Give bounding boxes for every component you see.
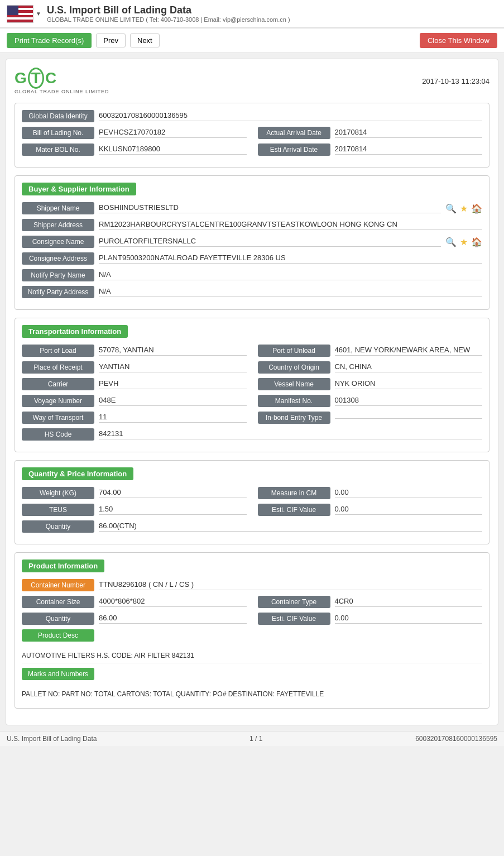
bol-value: PEVHCSZ17070182 — [99, 128, 247, 138]
shipper-name-label: Shipper Name — [22, 202, 94, 214]
container-size-col: Container Size 4000*806*802 — [22, 596, 247, 608]
hs-code-label: HS Code — [22, 428, 94, 441]
flag-container: ▼ — [7, 5, 41, 23]
timestamp: 2017-10-13 11:23:04 — [422, 77, 489, 85]
close-button[interactable]: Close This Window — [420, 33, 497, 48]
shipper-address-label: Shipper Address — [22, 219, 94, 231]
search-icon[interactable]: 🔍 — [445, 203, 457, 214]
product-desc-row: Product Desc — [22, 629, 482, 645]
global-data-value: 6003201708160000136595 — [99, 111, 482, 121]
product-quantity-col: Quantity 86.00 — [22, 613, 247, 625]
notify-party-name-value: N/A — [99, 270, 482, 280]
carrier-value: PEVH — [99, 379, 247, 389]
marks-numbers-value: PALLET NO: PART NO: TOTAL CARTONS: TOTAL… — [22, 687, 482, 701]
buyer-supplier-section: Buyer & Supplier Information Shipper Nam… — [15, 175, 489, 310]
actual-arrival-col: Actual Arrival Date 20170814 — [258, 127, 483, 139]
product-quantity-value: 86.00 — [99, 614, 247, 624]
country-origin-col: Country of Origin CN, CHINA — [258, 361, 483, 374]
company-subtitle: GLOBAL TRADE ONLINE LIMITED ( Tel: 400-7… — [47, 16, 290, 23]
footer-record-id: 6003201708160000136595 — [415, 735, 497, 743]
way-transport-value: 11 — [99, 413, 247, 423]
product-quantity-label: Quantity — [22, 613, 94, 625]
port-load-row: Port of Load 57078, YANTIAN Port of Unlo… — [22, 345, 482, 357]
esti-arrival-value: 20170814 — [335, 145, 483, 155]
bol-label: Bill of Lading No. — [22, 127, 94, 139]
print-button[interactable]: Print Trade Record(s) — [7, 33, 92, 48]
notify-party-address-row: Notify Party Address N/A — [22, 286, 482, 298]
bol-row: Bill of Lading No. PEVHCSZ17070182 Actua… — [22, 127, 482, 139]
place-receipt-label: Place of Receipt — [22, 361, 94, 374]
consignee-home-icon[interactable]: 🏠 — [471, 237, 482, 247]
weight-label: Weight (KG) — [22, 487, 94, 499]
toolbar-right: Close This Window — [420, 33, 497, 48]
quantity-price-title: Quantity & Price Information — [22, 467, 133, 480]
container-size-row: Container Size 4000*806*802 Container Ty… — [22, 596, 482, 608]
consignee-address-value: PLANT95003200NATALROAD FAYETTEVILLE 2830… — [99, 254, 482, 264]
logo-company-name: GLOBAL TRADE ONLINE LIMITED — [15, 89, 109, 94]
star-icon[interactable]: ★ — [460, 203, 468, 214]
footer-page-label: U.S. Import Bill of Lading Data — [7, 735, 97, 743]
consignee-search-icon[interactable]: 🔍 — [445, 237, 457, 247]
place-receipt-row: Place of Receipt YANTIAN Country of Orig… — [22, 361, 482, 374]
mater-bol-label: Mater BOL No. — [22, 144, 94, 156]
port-unload-value: 4601, NEW YORK/NEWARK AREA, NEW — [335, 346, 483, 356]
carrier-label: Carrier — [22, 378, 94, 390]
notify-party-name-label: Notify Party Name — [22, 269, 94, 281]
logo-area: G T C GLOBAL TRADE ONLINE LIMITED 2017-1… — [15, 68, 489, 94]
container-number-value: TTNU8296108 ( CN / L / CS ) — [99, 580, 482, 590]
esti-arrival-label: Esti Arrival Date — [258, 144, 330, 156]
identity-section: Global Data Identity 6003201708160000136… — [15, 103, 489, 168]
country-origin-label: Country of Origin — [258, 361, 330, 374]
mater-bol-col: Mater BOL No. KKLUSN07189800 — [22, 144, 247, 156]
logo: G T C GLOBAL TRADE ONLINE LIMITED — [15, 68, 109, 94]
flag-dropdown-arrow[interactable]: ▼ — [36, 11, 41, 17]
us-flag-icon — [7, 5, 33, 23]
product-esti-cif-label: Esti. CIF Value — [258, 613, 330, 625]
esti-cif-label: Esti. CIF Value — [258, 504, 330, 516]
toolbar: Print Trade Record(s) Prev Next Close Th… — [0, 28, 504, 53]
vessel-col: Vessel Name NYK ORION — [258, 378, 483, 390]
logo-c-icon: C — [45, 69, 56, 87]
shipper-address-row: Shipper Address RM12023HARBOURCRYSTALCEN… — [22, 219, 482, 231]
container-type-col: Container Type 4CR0 — [258, 596, 483, 608]
shipper-name-row: Shipper Name BOSHIINDUSTRIESLTD 🔍 ★ 🏠 — [22, 202, 482, 214]
home-icon[interactable]: 🏠 — [471, 203, 482, 214]
prev-button[interactable]: Prev — [96, 34, 126, 47]
consignee-name-row: Consignee Name PUROLATORFILTERSNALLC 🔍 ★… — [22, 236, 482, 248]
way-transport-row: Way of Transport 11 In-bond Entry Type — [22, 412, 482, 424]
marks-numbers-label: Marks and Numbers — [22, 668, 94, 680]
esti-cif-col: Esti. CIF Value 0.00 — [258, 504, 483, 516]
weight-row: Weight (KG) 704.00 Measure in CM 0.00 — [22, 487, 482, 499]
shipper-name-value: BOSHIINDUSTRIESLTD — [99, 203, 441, 213]
product-desc-label: Product Desc — [22, 629, 94, 642]
weight-value: 704.00 — [99, 488, 247, 498]
voyage-value: 048E — [99, 396, 247, 406]
hs-code-value: 842131 — [99, 429, 482, 439]
global-data-label: Global Data Identity — [22, 110, 94, 122]
country-origin-value: CN, CHINA — [335, 362, 483, 372]
consignee-name-value: PUROLATORFILTERSNALLC — [99, 237, 441, 247]
measure-col: Measure in CM 0.00 — [258, 487, 483, 499]
voyage-label: Voyage Number — [22, 395, 94, 407]
consignee-name-label: Consignee Name — [22, 236, 94, 248]
product-info-title: Product Information — [22, 559, 104, 572]
manifest-col: Manifest No. 001308 — [258, 395, 483, 407]
bol-col: Bill of Lading No. PEVHCSZ17070182 — [22, 127, 247, 139]
quantity-value: 86.00(CTN) — [99, 522, 482, 532]
way-transport-col: Way of Transport 11 — [22, 412, 247, 424]
teus-row: TEUS 1.50 Esti. CIF Value 0.00 — [22, 504, 482, 516]
port-load-value: 57078, YANTIAN — [99, 346, 247, 356]
mater-bol-row: Mater BOL No. KKLUSN07189800 Esti Arriva… — [22, 144, 482, 156]
buyer-supplier-title: Buyer & Supplier Information — [22, 183, 136, 195]
marks-numbers-row: Marks and Numbers — [22, 668, 482, 683]
hs-code-row: HS Code 842131 — [22, 428, 482, 441]
consignee-star-icon[interactable]: ★ — [460, 237, 468, 247]
next-button[interactable]: Next — [130, 34, 160, 47]
product-info-section: Product Information Container Number TTN… — [15, 552, 489, 709]
quantity-row: Quantity 86.00(CTN) — [22, 520, 482, 533]
place-receipt-col: Place of Receipt YANTIAN — [22, 361, 247, 374]
mater-bol-value: KKLUSN07189800 — [99, 145, 247, 155]
voyage-row: Voyage Number 048E Manifest No. 001308 — [22, 395, 482, 407]
transportation-title: Transportation Information — [22, 325, 128, 338]
teus-label: TEUS — [22, 504, 94, 516]
